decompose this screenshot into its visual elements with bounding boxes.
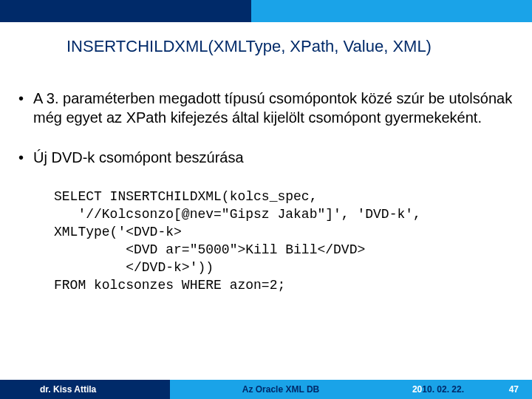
slide: INSERTCHILDXML(XMLType, XPath, Value, XM… bbox=[0, 0, 532, 399]
footer-subject: Az Oracle XML DB bbox=[207, 384, 355, 395]
bullet-item: • Új DVD-k csomópont beszúrása bbox=[18, 148, 514, 167]
code-line: '//Kolcsonzo[@nev="Gipsz Jakab"]', 'DVD-… bbox=[54, 207, 421, 222]
bullet-text: Új DVD-k csomópont beszúrása bbox=[33, 148, 244, 167]
footer-accent: dr. Kiss Attila bbox=[0, 380, 170, 399]
code-line: SELECT INSERTCHILDXML(kolcs_spec, bbox=[54, 189, 317, 204]
bullet-item: • A 3. paraméterben megadott típusú csom… bbox=[18, 89, 514, 127]
footer-bar: dr. Kiss Attila Az Oracle XML DB 2010. 0… bbox=[0, 380, 532, 399]
code-line: FROM kolcsonzes WHERE azon=2; bbox=[54, 278, 285, 293]
code-line: </DVD-k>')) bbox=[54, 260, 214, 275]
footer-date-year: 20 bbox=[412, 384, 422, 395]
header-bar-accent bbox=[0, 0, 251, 22]
code-line: XMLType('<DVD-k> bbox=[54, 225, 182, 239]
bullet-icon: • bbox=[18, 148, 33, 167]
slide-body: • A 3. paraméterben megadott típusú csom… bbox=[18, 89, 514, 294]
footer-author: dr. Kiss Attila bbox=[0, 384, 96, 395]
footer-date: 2010. 02. 22. bbox=[412, 384, 464, 395]
footer-page-number: 47 bbox=[509, 384, 519, 395]
bullet-text: A 3. paraméterben megadott típusú csomóp… bbox=[33, 89, 514, 127]
footer-date-rest: 10. 02. 22. bbox=[422, 384, 464, 395]
code-line: <DVD ar="5000">Kill Bill</DVD> bbox=[54, 242, 365, 257]
code-block: SELECT INSERTCHILDXML(kolcs_spec, '//Kol… bbox=[54, 188, 514, 294]
bullet-icon: • bbox=[18, 89, 33, 108]
slide-title: INSERTCHILDXML(XMLType, XPath, Value, XM… bbox=[66, 37, 480, 56]
